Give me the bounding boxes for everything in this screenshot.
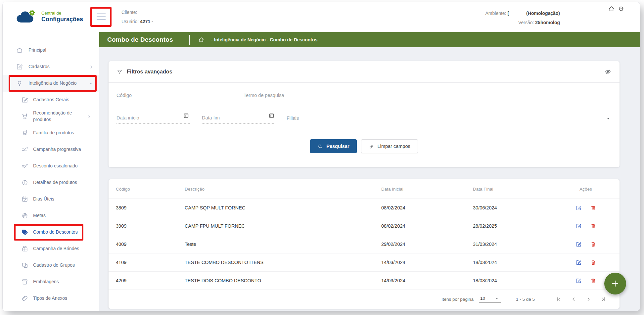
filters-title: Filtros avançados	[127, 69, 172, 75]
pesquisar-label: Pesquisar	[326, 144, 349, 149]
cart-plus-icon	[21, 113, 28, 120]
last-page-button[interactable]	[596, 294, 611, 305]
cell-codigo: 3809	[116, 205, 185, 210]
sidebar-item-familia-de-produtos[interactable]: Família de produtos	[3, 125, 99, 141]
sidebar-item-cadastros[interactable]: Cadastros	[3, 59, 99, 75]
items-per-page-select[interactable]: 10	[479, 296, 501, 303]
trash-icon	[590, 241, 596, 248]
cell-codigo: 4109	[116, 260, 185, 265]
menu-toggle-button[interactable]	[90, 7, 112, 27]
pesquisar-button[interactable]: Pesquisar	[310, 139, 356, 153]
delete-row-button[interactable]	[588, 276, 598, 286]
waves-icon	[21, 146, 28, 153]
codigo-input[interactable]: Código	[116, 93, 232, 101]
data-fim-calendar-button[interactable]	[268, 112, 275, 119]
group-icon	[21, 262, 28, 269]
logo-line2: Configurações	[41, 16, 83, 23]
versao-value: 25homolog	[535, 20, 560, 25]
cart-plus-icon	[21, 129, 28, 137]
hide-filters-button[interactable]	[604, 68, 612, 75]
package-icon	[21, 278, 28, 286]
cell-data-inicial: 29/02/2024	[381, 242, 473, 247]
sidebar-item-desconto-escalonado[interactable]: Desconto escalonado	[3, 158, 99, 174]
sidebar-item-detalhes-de-produtos[interactable]: Detalhes de produtos	[3, 174, 99, 191]
edit-icon	[575, 205, 582, 211]
sidebar-item-cadastros-gerais[interactable]: Cadastros Gerais	[3, 92, 99, 108]
chevron-down-icon	[89, 81, 94, 86]
user-label: Usuário:	[121, 19, 139, 24]
sidebar-item-embalagens[interactable]: Embalagens	[3, 274, 99, 290]
data-fim-placeholder: Data fim	[202, 115, 275, 123]
data-inicio-placeholder: Data início	[116, 115, 190, 123]
edit-row-button[interactable]	[574, 276, 583, 286]
cell-data-final: 28/02/2025	[473, 223, 559, 229]
data-inicio-input[interactable]: Data início	[116, 115, 190, 124]
results-table: CódigoDescriçãoData InicialData FinalAçõ…	[109, 179, 620, 309]
eye-slash-icon	[604, 68, 612, 75]
limpar-campos-button[interactable]: Limpar campos	[361, 139, 418, 153]
trash-icon	[590, 278, 596, 284]
sidebar-item-metas[interactable]: Metas	[3, 207, 99, 224]
sidebar-item-label: Dias Úteis	[33, 196, 85, 202]
sidebar-item-inteligencia-de-negocio[interactable]: Inteligência de Negócio	[3, 75, 99, 92]
items-per-page-value: 10	[480, 296, 485, 301]
edit-row-button[interactable]	[574, 203, 583, 213]
sidebar-item-restricoes[interactable]: Restrições	[3, 307, 99, 311]
sidebar-item-label: Campanha progressiva	[33, 146, 85, 153]
page-header-bar: Combo de Descontos - Inteligência de Neg…	[99, 32, 640, 47]
sidebar-item-campanha-progressiva[interactable]: Campanha progressiva	[3, 141, 99, 158]
table-row: 3909CAMP FPU MULT FORNEC08/02/202428/02/…	[109, 217, 620, 235]
waves-icon	[21, 162, 28, 170]
data-inicio-calendar-button[interactable]	[183, 112, 189, 119]
sidebar-item-label: Família de produtos	[33, 130, 85, 136]
termo-pesquisa-input[interactable]: Termo de pesquisa	[244, 93, 612, 101]
edit-row-button[interactable]	[574, 221, 583, 231]
sidebar-item-label: Embalagens	[33, 279, 85, 285]
previous-page-button[interactable]	[566, 294, 581, 305]
sidebar-item-recomendacao-de-produtos[interactable]: Recomendação de produtos	[3, 108, 99, 125]
trash-icon	[590, 259, 596, 266]
sidebar-item-dias-uteis[interactable]: Dias Úteis	[3, 191, 99, 207]
sidebar-item-principal[interactable]: Principal	[3, 42, 99, 59]
cell-data-final: 18/03/2024	[473, 278, 559, 283]
eraser-icon	[369, 144, 374, 149]
sidebar-item-tipos-de-anexos[interactable]: Tipos de Anexos	[3, 290, 99, 307]
sidebar-item-label: Detalhes de produtos	[33, 179, 85, 186]
cloud-gear-logo-icon	[15, 9, 38, 24]
lightbulb-icon	[16, 80, 23, 87]
sidebar-item-cadastro-de-grupos[interactable]: Cadastro de Grupos	[3, 257, 99, 274]
next-page-button[interactable]	[581, 294, 596, 305]
page-title: Combo de Descontos	[107, 36, 189, 43]
logout-icon[interactable]	[617, 5, 624, 12]
first-page-button[interactable]	[551, 294, 566, 305]
page-prev-icon	[571, 296, 577, 302]
sidebar-item-label: Campanha de Brindes	[33, 246, 85, 252]
tags-icon	[21, 229, 28, 236]
breadcrumb-home-icon[interactable]	[198, 36, 205, 43]
cell-descricao: Teste	[185, 242, 381, 247]
sidebar-item-campanha-de-brindes[interactable]: Campanha de Brindes	[3, 241, 99, 257]
sidebar-item-combo-de-descontos[interactable]: Combo de Descontos	[3, 224, 99, 241]
cell-descricao: TESTE DOIS COMBO DESCONTO	[185, 278, 381, 283]
column-header-acoes: Ações	[559, 187, 612, 192]
edit-row-button[interactable]	[574, 257, 583, 267]
add-combo-button[interactable]	[604, 273, 626, 294]
table-row: 3809CAMP SQP MULT FORNEC08/02/202430/06/…	[109, 199, 620, 217]
calendar-check-icon	[21, 196, 28, 203]
cell-codigo: 4009	[116, 242, 185, 247]
ambiente-label: Ambiente:	[485, 11, 506, 16]
data-fim-input[interactable]: Data fim	[202, 115, 275, 124]
edit-row-button[interactable]	[574, 239, 583, 249]
gift-icon	[21, 245, 28, 252]
paperclip-icon	[21, 295, 28, 302]
home-icon[interactable]	[608, 5, 615, 12]
versao-label: Versão:	[518, 20, 534, 25]
limpar-label: Limpar campos	[378, 144, 410, 149]
range-text: 1 - 5 de 5	[516, 297, 535, 302]
filiais-select[interactable]: Filiais	[287, 115, 612, 124]
delete-row-button[interactable]	[588, 257, 598, 267]
delete-row-button[interactable]	[588, 203, 598, 213]
table-row: 4109TESTE COMBO DESCONTO ITENS14/03/2024…	[109, 253, 620, 272]
delete-row-button[interactable]	[588, 221, 598, 231]
delete-row-button[interactable]	[588, 239, 598, 249]
